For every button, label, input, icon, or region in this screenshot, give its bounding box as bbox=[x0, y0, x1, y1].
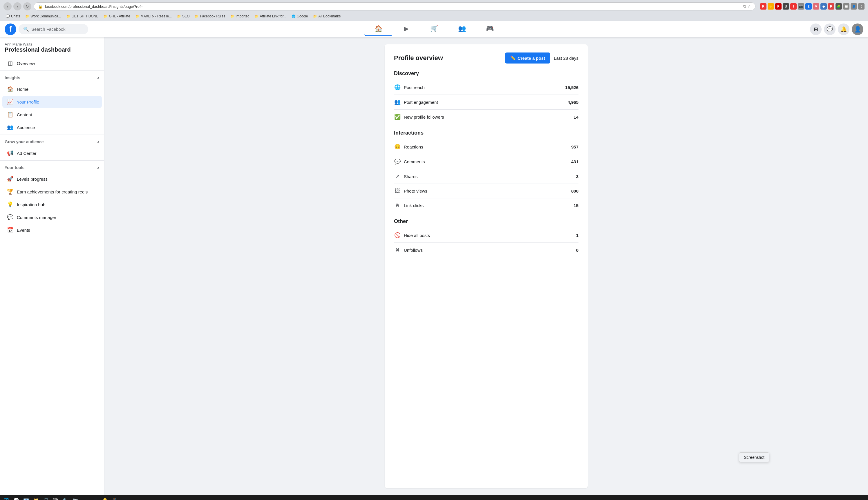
taskbar-icon-12[interactable]: 📱 bbox=[111, 496, 119, 500]
tools-header[interactable]: Your tools bbox=[0, 163, 104, 172]
bookmark-fbrules-label: Facebook Rules bbox=[200, 14, 225, 18]
bookmark-maxer[interactable]: 📁 MAXER- - Reselle... bbox=[133, 13, 174, 19]
ext-icon-1[interactable]: R bbox=[760, 3, 766, 10]
taskbar-icon-11[interactable]: 🔔 bbox=[101, 496, 109, 500]
comments-mgr-icon: 💬 bbox=[7, 214, 13, 220]
back-button[interactable]: ‹ bbox=[3, 2, 12, 10]
ext-icon-5[interactable]: I bbox=[790, 3, 797, 10]
sidebar-item-inspiration[interactable]: 💡 Inspiration hub bbox=[2, 198, 102, 211]
fb-nav-right: ⊞ 💬 🔔 👤 bbox=[810, 23, 863, 35]
metric-link-clicks: 🖱 Link clicks 15 bbox=[394, 198, 578, 213]
bookmark-chats-label: Chats bbox=[11, 14, 20, 18]
nav-marketplace[interactable]: 🛒 bbox=[420, 22, 448, 36]
nav-home[interactable]: 🏠 bbox=[364, 22, 392, 36]
insights-header[interactable]: Insights bbox=[0, 73, 104, 82]
post-reach-name: Post reach bbox=[404, 85, 562, 90]
sidebar-item-comments-mgr[interactable]: 💬 Comments manager bbox=[2, 211, 102, 223]
taskbar-icon-9[interactable]: ⚙ bbox=[81, 496, 89, 500]
comments-mgr-label: Comments manager bbox=[17, 215, 56, 220]
taskbar-icon-5[interactable]: 🎵 bbox=[42, 496, 50, 500]
bookmark-work[interactable]: 📁 Work Communica... bbox=[23, 13, 63, 19]
bookmark-getshitdone[interactable]: 📁 GET SHIT DONE bbox=[64, 13, 101, 19]
bookmark-google[interactable]: 🌐 Google bbox=[289, 13, 311, 19]
taskbar-icon-1[interactable]: 🌐 bbox=[2, 496, 10, 500]
forward-button[interactable]: › bbox=[13, 2, 21, 10]
sidebar-item-levels[interactable]: 🚀 Levels progress bbox=[2, 173, 102, 185]
ext-icon-11[interactable]: 🧩 bbox=[835, 3, 842, 10]
search-bar[interactable]: 🔍 Search Facebook bbox=[19, 24, 88, 34]
taskbar-icon-7[interactable]: 🔧 bbox=[61, 496, 70, 500]
reload-button[interactable]: ↻ bbox=[23, 2, 31, 10]
folder-icon: 📁 bbox=[230, 14, 234, 18]
nav-gaming[interactable]: 🎮 bbox=[476, 22, 504, 36]
taskbar-icon-10[interactable]: 🖥 bbox=[91, 496, 99, 500]
notifications-icon-btn[interactable]: 🔔 bbox=[838, 23, 849, 35]
fb-logo[interactable]: f bbox=[5, 23, 16, 35]
inspiration-icon: 💡 bbox=[7, 201, 13, 208]
taskbar-icon-13[interactable]: ⌨ bbox=[121, 496, 129, 500]
bookmark-fbrules[interactable]: 📁 Facebook Rules bbox=[192, 13, 227, 19]
sidebar-item-home[interactable]: 🏠 Home bbox=[2, 83, 102, 95]
ext-icon-9[interactable]: ◆ bbox=[820, 3, 827, 10]
grow-section: Grow your audience 📢 Ad Center bbox=[0, 137, 104, 159]
ext-icon-4[interactable]: U bbox=[783, 3, 789, 10]
metric-post-reach: 🌐 Post reach 15,526 bbox=[394, 80, 578, 95]
sidebar-item-audience[interactable]: 👥 Audience bbox=[2, 121, 102, 133]
ext-icon-7[interactable]: Z bbox=[805, 3, 812, 10]
bookmark-ghl[interactable]: 📁 GHL - Affiliate bbox=[101, 13, 132, 19]
shares-name: Shares bbox=[404, 174, 573, 179]
hide-posts-name: Hide all posts bbox=[404, 233, 573, 238]
ext-icon-3[interactable]: P bbox=[775, 3, 781, 10]
apps-icon-btn[interactable]: ⊞ bbox=[810, 23, 822, 35]
profile-icon[interactable]: 👤 bbox=[850, 3, 857, 10]
ext-icon-12[interactable]: ⊟ bbox=[843, 3, 849, 10]
ext-icon-8[interactable]: V bbox=[813, 3, 819, 10]
sidebar-item-events[interactable]: 📅 Events bbox=[2, 224, 102, 236]
bookmark-affiliate[interactable]: 📁 Affiliate Link for... bbox=[252, 13, 289, 19]
ext-icon-2[interactable]: ⚡ bbox=[768, 3, 774, 10]
bookmark-chats[interactable]: 💬 Chats bbox=[3, 13, 22, 19]
bookmark-all[interactable]: 📁 All Bookmarks bbox=[311, 13, 343, 19]
browser-nav-buttons: ‹ › ↻ bbox=[3, 2, 31, 10]
folder-icon: 📁 bbox=[104, 14, 108, 18]
taskbar: 🌐 💬 📧 📁 🎵 🎬 🔧 📷 ⚙ 🖥 🔔 📱 ⌨ bbox=[0, 495, 868, 500]
folder-icon: 📁 bbox=[177, 14, 181, 18]
grow-header[interactable]: Grow your audience bbox=[0, 137, 104, 146]
ext-icon-10[interactable]: P bbox=[828, 3, 834, 10]
sidebar-item-ad-center[interactable]: 📢 Ad Center bbox=[2, 147, 102, 159]
link-clicks-icon: 🖱 bbox=[394, 202, 401, 208]
sidebar-item-overview[interactable]: ◫ Overview bbox=[2, 57, 102, 69]
menu-icon[interactable]: ⋮ bbox=[858, 3, 865, 10]
bookmark-maxer-label: MAXER- - Reselle... bbox=[141, 14, 172, 18]
profile-avatar[interactable]: 👤 bbox=[852, 23, 863, 35]
sidebar-home-label: Home bbox=[17, 87, 29, 92]
nav-groups[interactable]: 👥 bbox=[448, 22, 476, 36]
taskbar-icon-8[interactable]: 📷 bbox=[71, 496, 79, 500]
photo-views-value: 800 bbox=[571, 189, 578, 193]
taskbar-icon-3[interactable]: 📧 bbox=[22, 496, 30, 500]
ext-icon-6[interactable]: 📷 bbox=[798, 3, 804, 10]
sidebar-item-your-profile[interactable]: 📈 Your Profile bbox=[2, 96, 102, 108]
achievements-icon: 🏆 bbox=[7, 189, 13, 195]
address-bar[interactable]: 🔒 facebook.com/professional_dashboard/in… bbox=[34, 2, 755, 10]
bookmark-seo[interactable]: 📁 SEO bbox=[174, 13, 192, 19]
divider bbox=[0, 70, 104, 71]
post-reach-icon: 🌐 bbox=[394, 84, 401, 90]
photo-views-name: Photo views bbox=[404, 189, 568, 193]
taskbar-icon-6[interactable]: 🎬 bbox=[52, 496, 60, 500]
sidebar-item-achievements[interactable]: 🏆 Earn achievements for creating reels bbox=[2, 186, 102, 198]
bookmark-affiliate-label: Affiliate Link for... bbox=[260, 14, 286, 18]
bookmarks-bar: 💬 Chats 📁 Work Communica... 📁 GET SHIT D… bbox=[3, 12, 865, 21]
sidebar-item-content[interactable]: 📋 Content bbox=[2, 109, 102, 121]
nav-watch[interactable]: ▶ bbox=[392, 22, 420, 36]
taskbar-icon-2[interactable]: 💬 bbox=[12, 496, 20, 500]
photo-views-icon: 🖼 bbox=[394, 188, 401, 194]
messenger-icon-btn[interactable]: 💬 bbox=[824, 23, 835, 35]
create-post-button[interactable]: ✏️ Create a post bbox=[505, 53, 550, 64]
folder-icon: 📁 bbox=[66, 14, 70, 18]
bookmark-imported[interactable]: 📁 Imported bbox=[228, 13, 251, 19]
metric-hide-all-posts: 🚫 Hide all posts 1 bbox=[394, 228, 578, 243]
bookmark-google-label: Google bbox=[297, 14, 308, 18]
search-icon: 🔍 bbox=[23, 26, 29, 32]
taskbar-icon-4[interactable]: 📁 bbox=[32, 496, 40, 500]
